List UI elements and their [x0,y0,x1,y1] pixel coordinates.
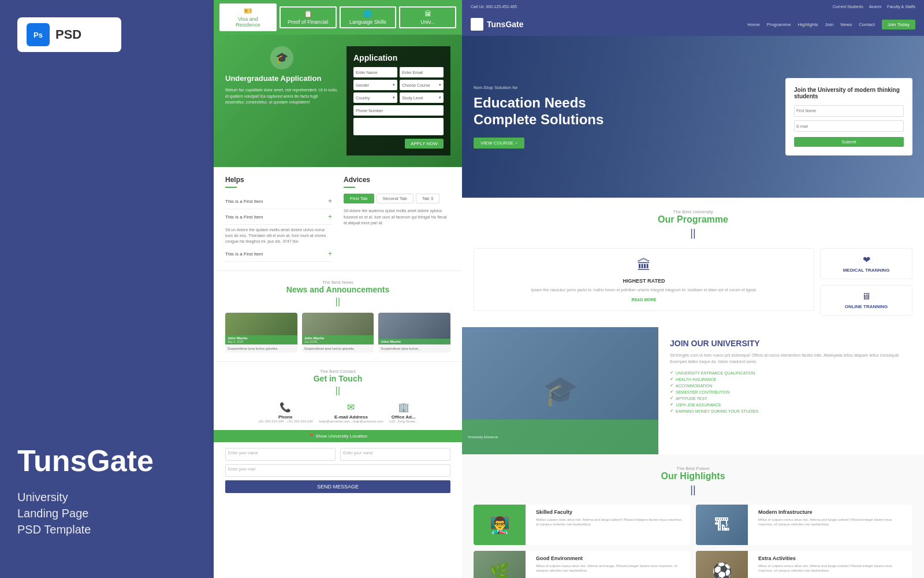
topbar-link-1[interactable]: Alumni [869,5,881,9]
form-study-select[interactable]: Study Level▾ [400,92,444,103]
accordion-item-2[interactable]: This is a First Item + [225,246,332,262]
form-country-select[interactable]: Country▾ [353,92,397,103]
news-date-0: Sep 6, 2016 [228,340,295,343]
nav-item-1[interactable]: 📋 Proof of Financial [280,6,337,28]
activities-icon: ⚽ [712,562,732,579]
medical-icon: ❤ [826,254,906,265]
tab-third[interactable]: Tab 3 [416,194,440,203]
hero-title: Education Needs Complete Solutions [474,95,785,128]
lp-hero: 🎓 Undergraduate Application Welum fac cu… [214,35,462,167]
hl-divider: || [474,484,912,496]
news-card-2: John Mache Suspendisse ipsa luctus... [378,313,450,353]
nav-contact[interactable]: Contact [859,22,875,27]
form-message-textarea[interactable] [353,118,444,135]
form-title: Join the University of modern thinking s… [794,87,904,99]
nav-item-3[interactable]: 🏛 Univ... [399,6,456,28]
form-course-select[interactable]: Choose Course▾ [400,80,444,90]
rp-navbar: 🏛 TunsGate Home Programme Highlights Joi… [462,13,924,36]
tab-second[interactable]: Second Tab [377,194,413,203]
prog-side-card-1[interactable]: 🖥 ONLINE TRANNING [820,285,912,316]
online-title: ONLINE TRANNING [826,304,906,309]
arrow-icon: › [516,140,517,146]
join-today-button[interactable]: Join Today [882,20,915,29]
contact-email: ✉ E-mail Address hello@universit.com , h… [319,402,383,423]
tab-first[interactable]: First Tab [344,194,374,203]
join-list-item-1: HEALTH INSURANCE [670,377,912,381]
accordion-item-0[interactable]: This is a First Item + [225,194,332,209]
news-caption-1: Suspendisse ipsa luctus gravida. [302,344,374,353]
nav-item-0[interactable]: 🎫 Visa and Residence [219,3,277,31]
hl-card-2: 🌿 Good Environment Milius el culpam metu… [474,551,690,578]
submit-button[interactable]: Submit [794,137,904,147]
topbar-links: Current Students Alumni Faculty & Staffs [833,5,915,9]
form-email-input[interactable]: Enter Email [400,67,444,77]
form-row-4: Phone Number [353,105,444,116]
contact-title: Get in Touch [225,374,450,383]
form-name-input[interactable]: Enter Name [353,67,397,77]
prog-side-card-0[interactable]: ❤ MEDICAL TRANNING [820,248,912,279]
helps-advices-section: Helps This is a First Item + This is a F… [214,167,462,271]
topbar-phone: Call Us: 000-125-452-465 [471,5,517,9]
news-caption-0: Suspendisse ipsa luctus gravida. [225,344,297,353]
prog-readmore[interactable]: READ MORE [483,298,805,302]
join-desc: Sit thingillo cum ut hem nusco prit dolo… [670,353,912,365]
cf-first-name[interactable]: Enter your name [225,448,336,461]
news-card-img-0: John Mache Sep 6, 2016 [225,313,297,344]
hl-card-title-3: Extra Activities [758,555,908,561]
nav-highlights[interactable]: Highlights [798,22,818,27]
join-content: JOIN OUR UNIVERSITY Sit thingillo cum ut… [658,327,924,454]
nav-news[interactable]: News [840,22,852,27]
hl-title: Our Highlights [474,471,912,481]
hl-card-desc-0: Malius culpam ituks altus nisl. Attitma … [536,517,685,527]
prog-main-card: 🏛 HIGHEST RATED Ipsam the causutur porro… [474,248,814,311]
hl-card-desc-1: Milius el culpam metus altus nisl. Attit… [758,517,908,527]
hl-subtitle: The Best Future [474,466,912,471]
ps-badge: Ps PSD [17,17,121,52]
accordion-item-1[interactable]: This is a First Item + [225,209,332,225]
news-title: News and Announcements [225,285,450,294]
hero-desc: Welum fac cupiditate dolor amet, nisl re… [225,87,338,106]
email-icon: ✉ [319,402,383,413]
faculty-icon: 👨‍🏫 [490,516,510,535]
form-gender-select[interactable]: Gender▾ [353,80,397,90]
join-list-item-5: 100% JOB ASSURANCE [670,402,912,407]
cf-last-name[interactable]: Enter your name [340,448,450,461]
map-bar[interactable]: 📍 Show University Location [214,430,462,442]
news-date-1: Jan 20151 [304,340,372,343]
hero-icon: 🎓 [270,46,293,69]
form-firstname[interactable] [794,105,904,117]
cf-send-button[interactable]: SEND MESSAGE [225,480,450,493]
lp-hero-left: 🎓 Undergraduate Application Welum fac cu… [225,46,338,155]
hl-card-title-1: Modern Infrastructure [758,509,908,515]
advices-content: Sit dolore the auderius quisd mollis ame… [344,208,450,227]
cf-email[interactable]: Enter your mail [225,464,450,477]
nav-home[interactable]: Home [747,22,759,27]
form-email[interactable] [794,120,904,132]
apply-now-button[interactable]: APPLY NOW [405,139,444,149]
advices-section: Advices First Tab Second Tab Tab 3 Sit d… [344,176,450,262]
join-list-item-4: APTITUDE TEST [670,396,912,401]
form-phone-input[interactable]: Phone Number [353,105,444,116]
join-list-item-3: SEMESTER CONTRIBUTION [670,390,912,394]
hl-card-title-2: Good Environment [536,555,685,561]
nav-join[interactable]: Join [825,22,834,27]
topbar-link-2[interactable]: Faculty & Staffs [887,5,915,9]
view-course-button[interactable]: VIEW COURSE › [474,138,524,149]
office-icon: 🏢 [389,402,418,413]
cf-name-row: Enter your name Enter your name [225,448,450,461]
topbar-link-0[interactable]: Current Students [833,5,863,9]
join-list: UNIVERSITY ENTRANCE QUALIFICATION HEALTH… [670,370,912,413]
logo-icon: 🏛 [471,18,483,31]
advices-tabs: First Tab Second Tab Tab 3 [344,194,450,203]
hl-card-0: 👨‍🏫 Skilled Faculty Malius culpam ituks … [474,505,690,545]
prog-divider: || [474,227,912,239]
advices-underline [344,187,355,188]
nav-item-2[interactable]: 🌐 Language Skills [340,6,397,28]
prog-main-icon: 🏛 [483,257,805,273]
hero-subtitle: Non-Stop Solution for [474,85,785,90]
news-card-overlay-1: John Mache Jan 20151 [302,335,374,344]
hl-card-title-0: Skilled Faculty [536,509,685,515]
nav-programme[interactable]: Programme [767,22,791,27]
hl-card-img-2: 🌿 [474,551,526,578]
contact-form: Enter your name Enter your name Enter yo… [214,442,462,499]
